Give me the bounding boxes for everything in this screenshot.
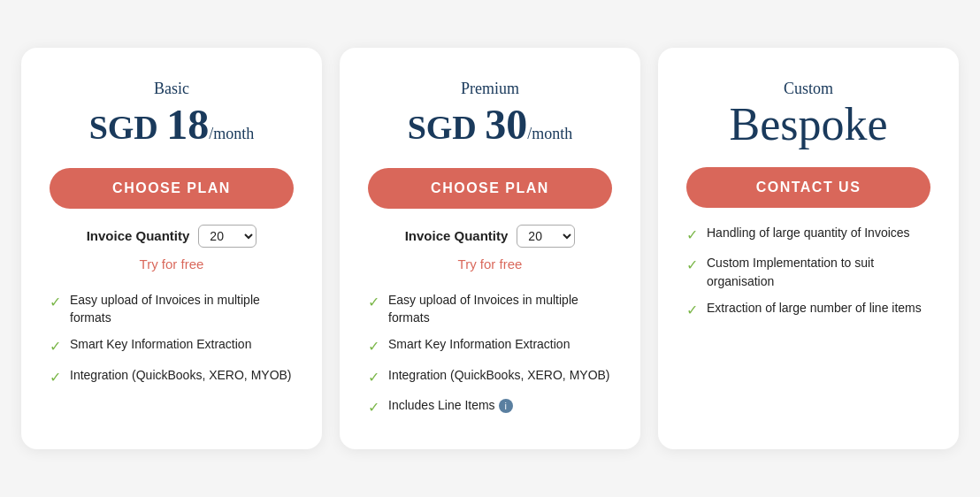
try-free-basic[interactable]: Try for free bbox=[140, 256, 204, 271]
checkmark-icon: ✓ bbox=[686, 255, 698, 275]
invoice-qty-row-basic: Invoice Quantity20304050 bbox=[87, 225, 257, 248]
info-icon[interactable]: i bbox=[499, 399, 513, 413]
pricing-card-premium: PremiumSGD 30/monthCHOOSE PLANInvoice Qu… bbox=[340, 48, 640, 449]
plan-price-basic: SGD 18/month bbox=[89, 102, 255, 149]
checkmark-icon: ✓ bbox=[686, 225, 698, 245]
try-free-premium[interactable]: Try for free bbox=[458, 256, 523, 271]
list-item: ✓Extraction of large number of line item… bbox=[686, 299, 930, 320]
invoice-qty-row-premium: Invoice Quantity20304050 bbox=[405, 225, 576, 248]
cta-button-custom[interactable]: CONTACT US bbox=[686, 167, 930, 208]
plan-type-custom: Custom bbox=[784, 80, 833, 98]
pricing-container: BasicSGD 18/monthCHOOSE PLANInvoice Quan… bbox=[18, 48, 962, 449]
list-item: ✓Integration (QuickBooks, XERO, MYOB) bbox=[50, 366, 294, 387]
period-basic: /month bbox=[209, 125, 254, 142]
amount-premium: 30 bbox=[485, 101, 527, 148]
pricing-card-basic: BasicSGD 18/monthCHOOSE PLANInvoice Quan… bbox=[21, 48, 322, 449]
list-item: ✓Smart Key Information Extraction bbox=[50, 335, 294, 356]
feature-text-basic-1: Smart Key Information Extraction bbox=[70, 335, 251, 353]
invoice-qty-label-premium: Invoice Quantity bbox=[405, 228, 509, 243]
checkmark-icon: ✓ bbox=[368, 397, 379, 417]
plan-type-basic: Basic bbox=[154, 80, 189, 98]
feature-text-custom-2: Extraction of large number of line items bbox=[707, 299, 922, 317]
checkmark-icon: ✓ bbox=[368, 336, 379, 356]
checkmark-icon: ✓ bbox=[368, 367, 379, 387]
checkmark-icon: ✓ bbox=[368, 292, 379, 312]
currency-premium: SGD bbox=[408, 109, 486, 146]
feature-text-custom-0: Handling of large quantity of Invoices bbox=[707, 224, 910, 241]
list-item: ✓Integration (QuickBooks, XERO, MYOB) bbox=[368, 366, 612, 387]
checkmark-icon: ✓ bbox=[686, 300, 698, 320]
bespoke-title: Bespoke bbox=[729, 102, 887, 148]
feature-text-premium-3: Includes Line Itemsi bbox=[388, 396, 513, 414]
qty-select-premium[interactable]: 20304050 bbox=[517, 225, 575, 248]
period-premium: /month bbox=[527, 125, 572, 142]
currency-basic: SGD bbox=[89, 109, 167, 146]
list-item: ✓Handling of large quantity of Invoices bbox=[686, 224, 930, 245]
feature-text-basic-0: Easy upload of Invoices in multiple form… bbox=[70, 291, 294, 327]
list-item: ✓Includes Line Itemsi bbox=[368, 396, 612, 417]
checkmark-icon: ✓ bbox=[50, 292, 61, 312]
invoice-qty-label-basic: Invoice Quantity bbox=[87, 228, 190, 243]
feature-text-premium-0: Easy upload of Invoices in multiple form… bbox=[388, 291, 612, 327]
qty-select-basic[interactable]: 20304050 bbox=[198, 225, 256, 248]
cta-button-premium[interactable]: CHOOSE PLAN bbox=[368, 168, 612, 209]
feature-text-custom-1: Custom Implementation to suit organisati… bbox=[707, 254, 930, 290]
features-list-custom: ✓Handling of large quantity of Invoices✓… bbox=[686, 224, 930, 320]
feature-text-premium-1: Smart Key Information Extraction bbox=[388, 335, 570, 353]
plan-type-premium: Premium bbox=[461, 80, 519, 98]
checkmark-icon: ✓ bbox=[50, 367, 61, 387]
pricing-card-custom: CustomBespokeCONTACT US✓Handling of larg… bbox=[658, 48, 959, 449]
features-list-premium: ✓Easy upload of Invoices in multiple for… bbox=[368, 291, 612, 417]
list-item: ✓Smart Key Information Extraction bbox=[368, 335, 612, 356]
amount-basic: 18 bbox=[166, 101, 209, 148]
feature-text-basic-2: Integration (QuickBooks, XERO, MYOB) bbox=[70, 366, 292, 384]
plan-price-premium: SGD 30/month bbox=[408, 102, 573, 149]
list-item: ✓Custom Implementation to suit organisat… bbox=[686, 254, 930, 290]
feature-text-premium-2: Integration (QuickBooks, XERO, MYOB) bbox=[388, 366, 610, 384]
checkmark-icon: ✓ bbox=[50, 336, 61, 356]
list-item: ✓Easy upload of Invoices in multiple for… bbox=[50, 291, 294, 327]
list-item: ✓Easy upload of Invoices in multiple for… bbox=[368, 291, 612, 327]
features-list-basic: ✓Easy upload of Invoices in multiple for… bbox=[50, 291, 294, 387]
cta-button-basic[interactable]: CHOOSE PLAN bbox=[50, 168, 294, 209]
